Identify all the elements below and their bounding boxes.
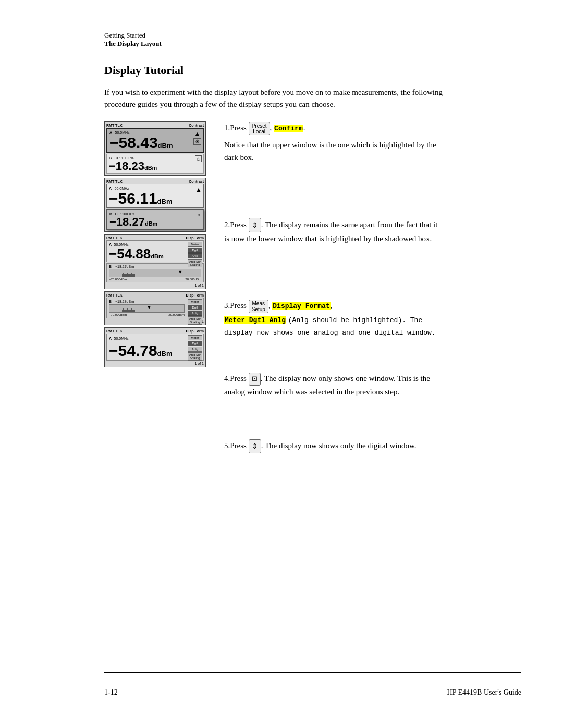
footer-guide-title: HP E4419B User's Guide <box>447 688 521 697</box>
step3-key-meas[interactable]: MeasSetup <box>249 300 268 313</box>
screen2-label-left: RMT TLK <box>106 180 123 183</box>
screen2-contrast2: ☼ <box>197 212 201 217</box>
screen3-page-indicator: 1 of 1 <box>106 283 204 287</box>
screen1-label-left: RMT TLK <box>106 124 123 127</box>
step5-number: 5. <box>224 441 230 450</box>
device-screen-2: RMT TLK Contrast A 50.0MHz −56.11dBm ▲ <box>104 178 206 232</box>
step3-number: 3. <box>224 301 230 310</box>
screen4-ch-b: B −18.28dBm <box>109 300 185 303</box>
screen4-menu-anlgmtr: Anlg MtrScaling <box>188 316 202 325</box>
screen2-label-right: Contrast <box>189 180 204 183</box>
step3-display-format: Display Format <box>272 302 330 310</box>
screen3-upper: A 50.0MHz −54.88dBm Meter Dgtl Anlg Anlg… <box>106 240 204 262</box>
screen1-value-a: −58.43dBm <box>109 135 191 151</box>
screens-column: RMT TLK Contrast A 50.0MHz −58.43dBm ▲ <box>104 121 209 367</box>
screen3-menu-anlg: Anlg <box>188 253 202 258</box>
screen3-b-value: −18.27dBm <box>115 265 134 268</box>
step3-meter-dgtl-anlg: Meter Dgtl Anlg <box>224 316 286 324</box>
screen3-bar-labels: −70.000dBm 20.000dBm <box>109 278 201 281</box>
screen1-upper-window: A 50.0MHz −58.43dBm ▲ ☀ <box>106 128 204 153</box>
screen4-pointer: ▼ <box>147 305 152 310</box>
footer-page-number: 1-12 <box>104 688 118 697</box>
screen1-lower-window: B CF: 100.0% −18.23dBm ☼ <box>106 154 204 174</box>
breadcrumb-getting-started: Getting Started <box>104 31 521 40</box>
screen1-backlight: ☀ <box>193 138 201 145</box>
screen2-header: RMT TLK Contrast <box>106 180 204 183</box>
screen3-ch-b: B <box>109 265 112 268</box>
screen4-menu-meter: Meter <box>188 299 202 304</box>
device-screen-3: RMT TLK Disp Form A 50.0MHz −54.88dBm Me… <box>104 234 206 289</box>
screen3-ticks <box>109 269 201 277</box>
screen4-menu-dgtl: Dgtl <box>188 305 202 310</box>
screen3-label-right: Disp Form <box>186 236 204 240</box>
step2-number: 2. <box>224 220 230 228</box>
screen4-bar-left: −70.000dBm <box>109 313 127 316</box>
footer: 1-12 HP E4419B User's Guide <box>104 672 521 697</box>
screen2-value-b: −18.27dBm <box>109 216 191 228</box>
screen2-value-a: −56.11dBm <box>109 191 192 206</box>
screen1-arrow-up: ▲ <box>194 130 201 138</box>
screen2-upper-window: A 50.0MHz −56.11dBm ▲ <box>106 184 204 208</box>
screen3-bar-left: −70.000dBm <box>109 278 127 281</box>
screen1-header: RMT TLK Contrast <box>106 124 204 127</box>
step-1: 1.Press PresetLocal, Confirm. Notice tha… <box>224 121 443 167</box>
screen3-menu-dgtl: Dgtl <box>188 248 202 253</box>
screen5-header: RMT TLK Disp Form <box>106 329 204 333</box>
screen5-main: A 50.0MHz −54.78dBm Meter Dgtl Anlg Anlg… <box>106 334 204 361</box>
screen3-header: RMT TLK Disp Form <box>106 236 204 240</box>
step-2: 2.Press ⇕. The display remains the same … <box>224 218 443 248</box>
screen5-value: −54.78dBm <box>109 343 185 359</box>
screen3-pointer: ▼ <box>178 269 182 275</box>
screen2-lower-window: B CF: 100.0% −18.27dBm ☼ <box>106 209 204 230</box>
step1-confirm-highlight: Confirm <box>274 125 303 132</box>
screen1-label-right: Contrast <box>189 124 204 127</box>
page: Getting Started The Display Layout Displ… <box>0 0 563 728</box>
screen5-menu-meter: Meter <box>188 335 202 340</box>
step2-key-arrow[interactable]: ⇕ <box>249 218 261 232</box>
screen5-right-menu: Meter Dgtl Anlg Anlg MtrScaling <box>188 335 202 361</box>
screen4-label-left: RMT TLK <box>106 293 123 297</box>
step-4: 4.Press ⊡. The display now only shows on… <box>224 372 443 401</box>
screen5-page-indicator: 1 of 1 <box>106 362 204 365</box>
breadcrumb-display-layout: The Display Layout <box>104 40 521 48</box>
screen1-contrast-icon: ☼ <box>195 155 202 162</box>
screen4-menu-anlg: Anlg <box>188 311 202 316</box>
screen5-menu-anlg: Anlg <box>188 347 202 352</box>
step-3: 3.Press MeasSetup, Display Format, Meter… <box>224 299 443 342</box>
screen5-ch-a: A <box>109 337 112 340</box>
screen4-b-value: −18.28dBm <box>115 300 134 303</box>
screen1-value-b: −18.23dBm <box>109 161 192 172</box>
screen5-menu-dgtl-sel: Dgtl <box>188 341 202 346</box>
screen4-main: Meter Dgtl Anlg Anlg MtrScaling B −18.28… <box>106 298 204 318</box>
step1-text: Notice that the upper window is the one … <box>224 139 443 164</box>
screen5-label-left: RMT TLK <box>106 329 123 333</box>
screen5-menu-anlgmtr: Anlg MtrScaling <box>188 352 202 361</box>
step1-number: 1. <box>224 124 230 132</box>
screen5-label-right: Disp Form <box>186 329 204 333</box>
screen4-analog-bar: ▼ <box>109 304 185 313</box>
device-screen-1: RMT TLK Contrast A 50.0MHz −58.43dBm ▲ <box>104 121 206 176</box>
step1-key-preset[interactable]: PresetLocal <box>249 122 270 135</box>
screen3-value-a: −54.88dBm <box>109 247 185 261</box>
screen4-right-menu: Meter Dgtl Anlg Anlg MtrScaling <box>188 299 202 325</box>
device-screen-5: RMT TLK Disp Form A 50.0MHz −54.78dBm Me… <box>104 327 206 367</box>
screen4-bar-labels: −70.000dBm 20.000dBm <box>109 313 185 316</box>
screen3-menu-anlgmtr: Anlg MtrScaling <box>188 259 202 267</box>
screen2-arrow-up: ▲ <box>195 186 202 193</box>
screen3-label-left: RMT TLK <box>106 236 123 240</box>
step4-key-merge[interactable]: ⊡ <box>249 373 261 386</box>
screen4-bar-right: 20.000dBm <box>168 313 185 316</box>
screen4-header: RMT TLK Disp Form <box>106 293 204 297</box>
screen4-label-right: Disp Form <box>186 293 204 297</box>
step4-number: 4. <box>224 374 230 382</box>
screen3-menu-meter: Meter <box>188 242 202 247</box>
device-screen-4: RMT TLK Disp Form Meter Dgtl Anlg Anlg M… <box>104 291 206 325</box>
screen3-bar-right: 20.000dBm <box>185 278 201 281</box>
screen3-right-menu: Meter Dgtl Anlg Anlg MtrScaling <box>188 242 202 267</box>
intro-text: If you wish to experiment with the displ… <box>104 87 459 110</box>
step5-key-arrow[interactable]: ⇕ <box>249 439 261 453</box>
screen5-freq: 50.0MHz <box>114 337 129 340</box>
screen3-analog-bar: ▼ <box>109 269 201 277</box>
breadcrumb: Getting Started The Display Layout <box>104 31 521 48</box>
step-5: 5.Press ⇕. The display now shows only th… <box>224 439 443 456</box>
